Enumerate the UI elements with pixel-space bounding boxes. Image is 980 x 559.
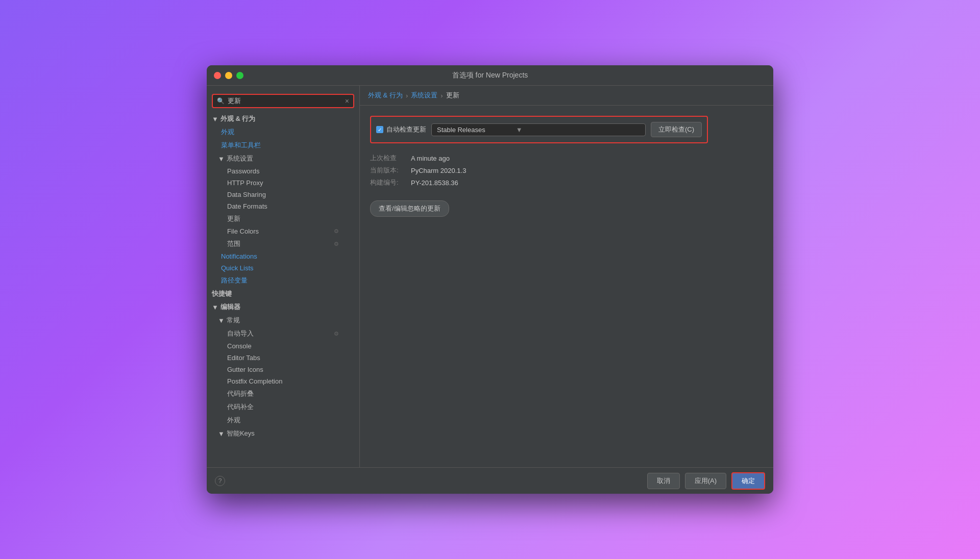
build-number-row: 构建编号: PY-201.8538.36 bbox=[370, 178, 763, 187]
section-label: 快捷键 bbox=[212, 289, 232, 298]
sidebar-section-system: ▼ 系统设置 bbox=[207, 152, 359, 165]
sidebar-section-editor: ▼ 编辑器 bbox=[207, 300, 359, 314]
sidebar-item-file-colors[interactable]: File Colors⚙ bbox=[207, 225, 359, 237]
minimize-button[interactable] bbox=[225, 72, 232, 79]
sidebar: 🔍 × ▼ 外观 & 行为 外观 菜单和工具栏 ▼ 系统设置 Passwords… bbox=[207, 86, 360, 467]
auto-check-text: 自动检查更新 bbox=[386, 125, 426, 134]
section-label: 编辑器 bbox=[220, 302, 240, 312]
main-panel: 外观 & 行为 › 系统设置 › 更新 ✓ 自动检查更新 Stable Rele… bbox=[360, 86, 773, 467]
help-button[interactable]: ? bbox=[215, 476, 225, 486]
window-controls bbox=[214, 72, 243, 79]
breadcrumb-current: 更新 bbox=[446, 91, 459, 100]
search-icon: 🔍 bbox=[217, 97, 225, 105]
dialog-title: 首选项 for New Projects bbox=[452, 71, 528, 80]
sidebar-item-http-proxy[interactable]: HTTP Proxy bbox=[207, 177, 359, 189]
sidebar-item-date-formats[interactable]: Date Formats bbox=[207, 200, 359, 212]
sidebar-item-appearance[interactable]: 外观 bbox=[207, 125, 359, 139]
sidebar-item-updates[interactable]: 更新 bbox=[207, 212, 359, 225]
sidebar-section-keymap: 快捷键 bbox=[207, 287, 359, 300]
search-input[interactable] bbox=[228, 97, 342, 105]
current-version-value: PyCharm 2020.1.3 bbox=[411, 167, 466, 174]
sidebar-item-code-completion[interactable]: 代码补全 bbox=[207, 400, 359, 414]
preferences-dialog: 首选项 for New Projects 🔍 × ▼ 外观 & 行为 外观 菜单… bbox=[207, 65, 773, 494]
collapse-icon: ▼ bbox=[212, 115, 218, 123]
dropdown-value: Stable Releases bbox=[437, 126, 485, 134]
breadcrumb-sep-1: › bbox=[406, 92, 408, 99]
collapse-icon: ▼ bbox=[218, 317, 225, 324]
maximize-button[interactable] bbox=[236, 72, 243, 79]
build-value: PY-201.8538.36 bbox=[411, 179, 458, 187]
dialog-body: 🔍 × ▼ 外观 & 行为 外观 菜单和工具栏 ▼ 系统设置 Passwords… bbox=[207, 86, 773, 467]
section-label: 常规 bbox=[227, 316, 240, 325]
sidebar-item-gutter-icons[interactable]: Gutter Icons bbox=[207, 364, 359, 375]
breadcrumb: 外观 & 行为 › 系统设置 › 更新 bbox=[360, 86, 773, 106]
sidebar-section-smart-keys: ▼ 智能Keys bbox=[207, 427, 359, 440]
sidebar-item-passwords[interactable]: Passwords bbox=[207, 165, 359, 177]
sidebar-item-console[interactable]: Console bbox=[207, 340, 359, 352]
breadcrumb-sep-2: › bbox=[440, 92, 443, 99]
search-box: 🔍 × bbox=[212, 94, 354, 108]
auto-check-checkbox[interactable]: ✓ bbox=[376, 126, 383, 133]
auto-check-label[interactable]: ✓ 自动检查更新 bbox=[376, 125, 426, 134]
collapse-icon: ▼ bbox=[212, 303, 218, 311]
breadcrumb-system[interactable]: 系统设置 bbox=[411, 91, 437, 100]
chevron-down-icon: ▼ bbox=[516, 126, 523, 134]
sidebar-item-quick-lists[interactable]: Quick Lists bbox=[207, 262, 359, 274]
current-version-row: 当前版本: PyCharm 2020.1.3 bbox=[370, 166, 763, 175]
ok-button[interactable]: 确定 bbox=[731, 472, 765, 490]
last-check-value: A minute ago bbox=[411, 155, 450, 162]
build-label: 构建编号: bbox=[370, 178, 411, 187]
section-label: 智能Keys bbox=[227, 429, 255, 438]
breadcrumb-appearance[interactable]: 外观 & 行为 bbox=[368, 91, 403, 100]
sidebar-item-postfix[interactable]: Postfix Completion bbox=[207, 375, 359, 387]
sidebar-item-auto-import[interactable]: 自动导入⚙ bbox=[207, 327, 359, 340]
collapse-icon: ▼ bbox=[218, 155, 225, 163]
ignore-updates-button[interactable]: 查看/编辑忽略的更新 bbox=[370, 200, 449, 217]
release-type-dropdown[interactable]: Stable Releases ▼ bbox=[431, 123, 646, 136]
section-label: 外观 & 行为 bbox=[220, 114, 256, 123]
section-label: 系统设置 bbox=[227, 154, 253, 163]
check-now-button[interactable]: 立即检查(C) bbox=[651, 122, 702, 137]
dialog-footer: ? 取消 应用(A) 确定 bbox=[207, 467, 773, 494]
sidebar-item-path-vars[interactable]: 路径变量 bbox=[207, 274, 359, 287]
sidebar-item-code-folding[interactable]: 代码折叠 bbox=[207, 387, 359, 400]
cancel-button[interactable]: 取消 bbox=[647, 473, 680, 489]
current-version-label: 当前版本: bbox=[370, 166, 411, 175]
last-check-row: 上次检查 A minute ago bbox=[370, 154, 763, 163]
close-button[interactable] bbox=[214, 72, 221, 79]
apply-button[interactable]: 应用(A) bbox=[685, 473, 726, 489]
sidebar-item-notifications[interactable]: Notifications bbox=[207, 250, 359, 262]
sidebar-section-appearance: ▼ 外观 & 行为 bbox=[207, 112, 359, 125]
sidebar-item-scope[interactable]: 范围⚙ bbox=[207, 237, 359, 250]
sidebar-item-data-sharing[interactable]: Data Sharing bbox=[207, 189, 359, 200]
last-check-label: 上次检查 bbox=[370, 154, 411, 163]
sidebar-section-general: ▼ 常规 bbox=[207, 314, 359, 327]
title-bar: 首选项 for New Projects bbox=[207, 65, 773, 86]
sidebar-item-editor-tabs[interactable]: Editor Tabs bbox=[207, 352, 359, 364]
collapse-icon: ▼ bbox=[218, 430, 225, 438]
update-check-row: ✓ 自动检查更新 Stable Releases ▼ 立即检查(C) bbox=[370, 116, 708, 143]
main-content: ✓ 自动检查更新 Stable Releases ▼ 立即检查(C) 上次检查 … bbox=[360, 106, 773, 467]
sidebar-item-menus[interactable]: 菜单和工具栏 bbox=[207, 139, 359, 152]
search-clear-button[interactable]: × bbox=[345, 97, 349, 105]
sidebar-item-appearance-editor[interactable]: 外观 bbox=[207, 414, 359, 427]
